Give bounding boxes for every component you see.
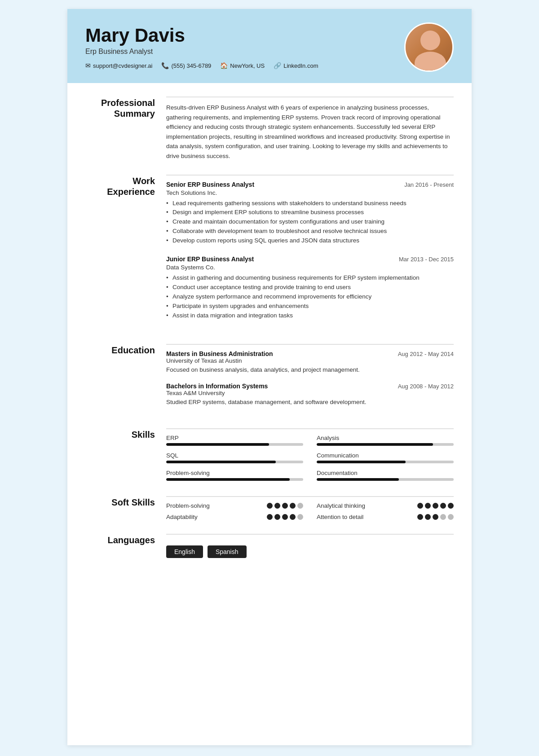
soft-skill-name: Adaptability xyxy=(166,514,198,520)
skill-bar xyxy=(166,443,303,446)
work-experience-label: WorkExperience xyxy=(85,175,166,330)
soft-skill-item: Problem-solving xyxy=(166,502,303,509)
skills-grid: ERP Analysis SQL Communication Problem-s… xyxy=(166,435,454,483)
soft-skills-section: Soft Skills Problem-solving Analytical t… xyxy=(85,496,454,520)
job-2-title: Junior ERP Business Analyst xyxy=(166,255,254,263)
skill-bar-fill xyxy=(166,461,276,463)
edu-2-desc: Studied ERP systems, database management… xyxy=(166,398,454,407)
candidate-photo xyxy=(404,22,454,72)
summary-section: ProfessionalSummary Results-driven ERP B… xyxy=(85,97,454,161)
skill-bar xyxy=(166,478,303,481)
soft-skill-name: Analytical thinking xyxy=(317,502,365,509)
list-item: Analyze system performance and recommend… xyxy=(166,292,454,302)
rating-dot xyxy=(440,514,446,520)
edu-2: Bachelors in Information Systems Aug 200… xyxy=(166,382,454,407)
skill-bar xyxy=(317,478,454,481)
contact-location: 🏠 NewYork, US xyxy=(220,62,265,69)
skill-item: Communication xyxy=(317,452,454,463)
edu-2-date: Aug 2008 - May 2012 xyxy=(398,383,454,390)
language-tag: English xyxy=(166,545,203,558)
language-tags: EnglishSpanish xyxy=(166,540,454,558)
rating-dot xyxy=(440,503,446,509)
soft-skills-grid: Problem-solving Analytical thinking Adap… xyxy=(166,502,454,520)
skill-name: Communication xyxy=(317,452,454,459)
header-info: Mary Davis Erp Business Analyst ✉ suppor… xyxy=(85,25,318,69)
job-2-date: Mar 2013 - Dec 2015 xyxy=(399,256,454,263)
skill-bar xyxy=(317,443,454,446)
soft-skill-item: Adaptability xyxy=(166,514,303,520)
skill-bar-fill xyxy=(317,461,406,463)
edu-1-degree: Masters in Business Administration xyxy=(166,350,273,357)
email-icon: ✉ xyxy=(85,62,91,69)
education-content: Masters in Business Administration Aug 2… xyxy=(166,344,454,415)
job-1-date: Jan 2016 - Present xyxy=(404,181,454,188)
education-label: Education xyxy=(85,344,166,415)
main-content: ProfessionalSummary Results-driven ERP B… xyxy=(67,83,472,585)
soft-skill-item: Attention to detail xyxy=(317,514,454,520)
rating-dot xyxy=(290,514,296,520)
list-item: Design and implement ERP solutions to st… xyxy=(166,208,454,217)
list-item: Collaborate with development team to tro… xyxy=(166,227,454,236)
dot-rating xyxy=(417,514,454,520)
work-experience-section: WorkExperience Senior ERP Business Analy… xyxy=(85,175,454,330)
rating-dot xyxy=(297,503,303,509)
rating-dot xyxy=(297,514,303,520)
soft-skills-content: Problem-solving Analytical thinking Adap… xyxy=(166,496,454,520)
edu-1: Masters in Business Administration Aug 2… xyxy=(166,350,454,374)
skill-name: SQL xyxy=(166,452,303,459)
skill-bar-fill xyxy=(317,478,399,481)
rating-dot xyxy=(282,514,288,520)
list-item: Assist in data migration and integration… xyxy=(166,311,454,321)
rating-dot xyxy=(267,514,273,520)
contact-linkedin: 🔗 LinkedIn.com xyxy=(274,62,318,69)
skill-bar xyxy=(166,461,303,463)
linkedin-icon: 🔗 xyxy=(274,62,281,69)
skill-name: Documentation xyxy=(317,470,454,476)
skill-bar-fill xyxy=(166,478,290,481)
skill-item: Analysis xyxy=(317,435,454,446)
education-section: Education Masters in Business Administra… xyxy=(85,344,454,415)
contact-phone: 📞 (555) 345-6789 xyxy=(161,62,211,69)
contact-info: ✉ support@cvdesigner.ai 📞 (555) 345-6789… xyxy=(85,62,318,69)
rating-dot xyxy=(425,503,431,509)
rating-dot xyxy=(267,503,273,509)
rating-dot xyxy=(274,503,280,509)
job-2: Junior ERP Business Analyst Mar 2013 - D… xyxy=(166,255,454,321)
languages-content: EnglishSpanish xyxy=(166,534,454,558)
skill-item: SQL xyxy=(166,452,303,463)
resume-header: Mary Davis Erp Business Analyst ✉ suppor… xyxy=(67,9,472,83)
languages-label: Languages xyxy=(85,534,166,558)
skill-name: Analysis xyxy=(317,435,454,441)
rating-dot xyxy=(417,503,423,509)
dot-rating xyxy=(267,514,303,520)
skill-item: Problem-solving xyxy=(166,470,303,481)
languages-section: Languages EnglishSpanish xyxy=(85,534,454,558)
summary-text: Results-driven ERP Business Analyst with… xyxy=(166,103,454,161)
work-experience-content: Senior ERP Business Analyst Jan 2016 - P… xyxy=(166,175,454,330)
contact-email: ✉ support@cvdesigner.ai xyxy=(85,62,152,69)
summary-label: ProfessionalSummary xyxy=(85,97,166,161)
rating-dot xyxy=(448,514,454,520)
skill-name: ERP xyxy=(166,435,303,441)
list-item: Lead requirements gathering sessions wit… xyxy=(166,199,454,208)
rating-dot xyxy=(282,503,288,509)
job-2-company: Data Systems Co. xyxy=(166,264,454,271)
list-item: Conduct user acceptance testing and prov… xyxy=(166,283,454,292)
rating-dot xyxy=(417,514,423,520)
job-1-bullets: Lead requirements gathering sessions wit… xyxy=(166,199,454,246)
photo-placeholder xyxy=(406,22,452,72)
list-item: Assist in gathering and documenting busi… xyxy=(166,273,454,283)
skill-name: Problem-solving xyxy=(166,470,303,476)
resume-container: Mary Davis Erp Business Analyst ✉ suppor… xyxy=(67,9,472,745)
job-2-bullets: Assist in gathering and documenting busi… xyxy=(166,273,454,321)
edu-2-school: Texas A&M University xyxy=(166,390,454,396)
edu-1-date: Aug 2012 - May 2014 xyxy=(398,351,454,357)
candidate-title: Erp Business Analyst xyxy=(85,48,318,56)
skill-bar-fill xyxy=(317,443,433,446)
list-item: Participate in system upgrades and enhan… xyxy=(166,302,454,311)
list-item: Develop custom reports using SQL queries… xyxy=(166,236,454,246)
skills-section: Skills ERP Analysis SQL Communication Pr… xyxy=(85,428,454,483)
soft-skill-name: Problem-solving xyxy=(166,502,210,509)
rating-dot xyxy=(448,503,454,509)
edu-1-desc: Focused on business analysis, data analy… xyxy=(166,365,454,374)
